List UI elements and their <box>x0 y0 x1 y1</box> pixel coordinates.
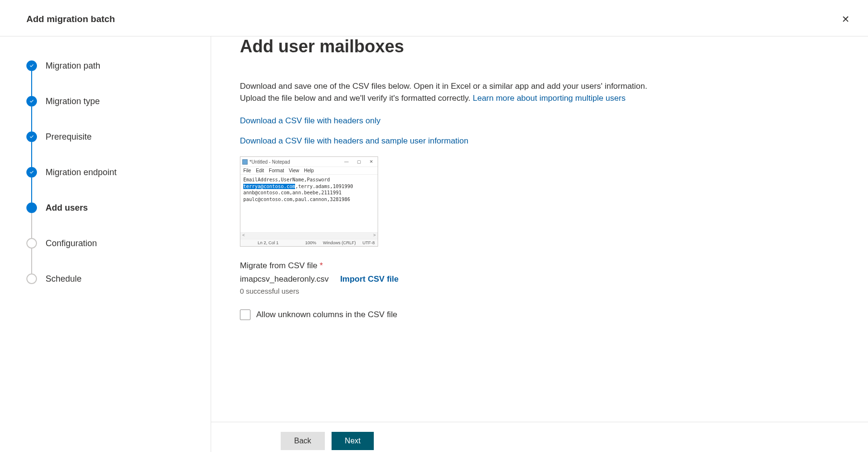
notepad-menubar: FileEditFormatViewHelp <box>240 167 378 175</box>
dialog-title: Add migration batch <box>26 14 115 24</box>
notepad-scrollbar <box>240 232 378 239</box>
required-indicator: * <box>320 261 323 270</box>
status-pos: Ln 2, Col 1 <box>258 240 279 245</box>
next-button[interactable]: Next <box>332 432 374 450</box>
back-button[interactable]: Back <box>281 432 325 450</box>
checkmark-icon <box>26 60 37 71</box>
close-icon: ✕ <box>842 14 850 24</box>
description-text: Download and save one of the CSV files b… <box>240 81 672 104</box>
notepad-menu-format: Format <box>269 168 284 173</box>
checkmark-icon <box>26 131 37 142</box>
notepad-app-icon <box>242 159 248 165</box>
step-label: Migration type <box>46 96 100 107</box>
notepad-menu-file: File <box>243 168 251 173</box>
csv-line: terrya@contoso.com,terry.adams,1091990 <box>243 183 375 190</box>
wizard-footer: Back Next <box>211 422 868 452</box>
allow-unknown-columns-checkbox[interactable] <box>240 309 250 320</box>
step-label: Prerequisite <box>46 132 92 142</box>
download-headers-only-link[interactable]: Download a CSV file with headers only <box>240 116 380 126</box>
learn-more-link[interactable]: Learn more about importing multiple user… <box>473 94 625 103</box>
wizard-step-migration-type[interactable]: Migration type <box>26 96 196 131</box>
status-zoom: 100% <box>305 240 316 245</box>
allow-unknown-columns-label: Allow unknown columns in the CSV file <box>256 310 397 320</box>
main-content: Add user mailboxes Download and save one… <box>211 36 868 422</box>
step-label: Add users <box>46 203 88 213</box>
status-enc: UTF-8 <box>363 240 375 245</box>
wizard-step-prerequisite[interactable]: Prerequisite <box>26 131 196 167</box>
notepad-body: EmailAddress,UserName,Password terrya@co… <box>240 175 378 232</box>
checkmark-icon <box>26 167 37 178</box>
wizard-steps-sidebar: Migration pathMigration typePrerequisite… <box>0 36 211 452</box>
step-label: Schedule <box>46 274 82 284</box>
csv-line: EmailAddress,UserName,Password <box>243 177 375 183</box>
upload-status-text: 0 successful users <box>240 287 839 295</box>
step-label: Configuration <box>46 238 97 249</box>
dialog-header: Add migration batch ✕ <box>0 0 868 36</box>
csv-line: annb@contoso.com,ann.beebe,2111991 <box>243 190 375 196</box>
wizard-step-migration-endpoint[interactable]: Migration endpoint <box>26 167 196 202</box>
csv-line: paulc@contoso.com,paul.cannon,3281986 <box>243 196 375 203</box>
close-button[interactable]: ✕ <box>838 10 854 29</box>
import-csv-button[interactable]: Import CSV file <box>340 274 399 284</box>
checkmark-icon <box>26 96 37 107</box>
notepad-titlebar: *Untitled - Notepad — ▢ ✕ <box>240 157 378 167</box>
current-step-icon <box>26 202 37 213</box>
status-eol: Windows (CRLF) <box>323 240 356 245</box>
minimize-icon: — <box>340 158 353 166</box>
migrate-field-label: Migrate from CSV file * <box>240 261 839 271</box>
step-label: Migration endpoint <box>46 167 117 178</box>
selected-file-name: imapcsv_headeronly.csv <box>240 274 329 284</box>
pending-step-icon <box>26 274 37 284</box>
csv-highlighted: terrya@contoso.com <box>243 184 295 189</box>
csv-example-image: *Untitled - Notepad — ▢ ✕ FileEditFormat… <box>240 156 378 247</box>
notepad-statusbar: Ln 2, Col 1 100% Windows (CRLF) UTF-8 <box>240 239 378 246</box>
wizard-step-add-users[interactable]: Add users <box>26 202 196 238</box>
download-sample-link[interactable]: Download a CSV file with headers and sam… <box>240 136 468 146</box>
wizard-step-schedule[interactable]: Schedule <box>26 274 196 284</box>
maximize-icon: ▢ <box>353 158 365 166</box>
notepad-menu-view: View <box>289 168 299 173</box>
step-label: Migration path <box>46 61 100 71</box>
notepad-menu-help: Help <box>304 168 314 173</box>
notepad-title-text: *Untitled - Notepad <box>250 159 290 165</box>
close-window-icon: ✕ <box>365 158 378 166</box>
notepad-menu-edit: Edit <box>256 168 264 173</box>
page-title: Add user mailboxes <box>240 36 839 57</box>
wizard-step-configuration[interactable]: Configuration <box>26 238 196 274</box>
pending-step-icon <box>26 238 37 249</box>
wizard-step-migration-path[interactable]: Migration path <box>26 60 196 96</box>
